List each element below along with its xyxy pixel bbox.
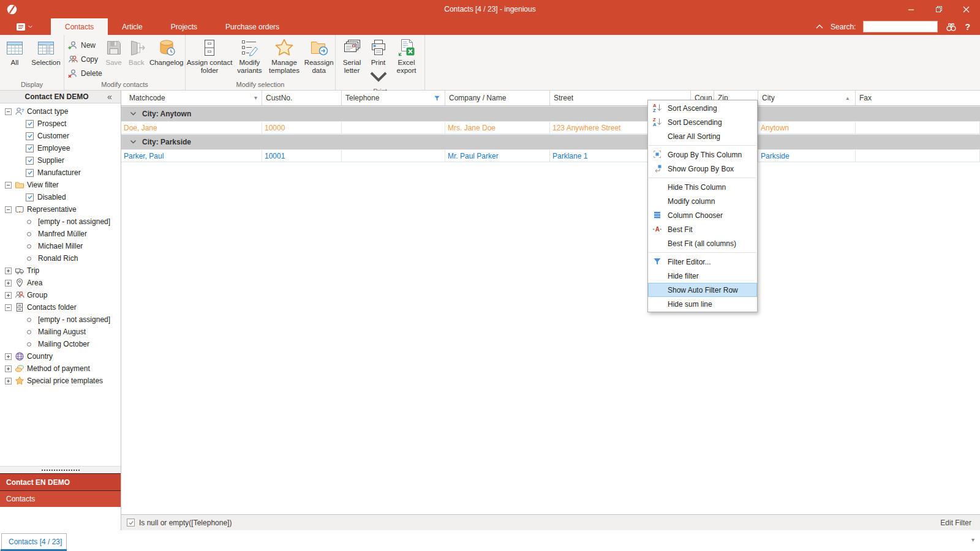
expand-expander-icon[interactable] — [5, 353, 12, 360]
column-menu-arrow-icon[interactable]: ▾ — [254, 94, 257, 102]
group-row-anytown[interactable]: City: Anytown — [121, 106, 980, 122]
changelog-button[interactable]: Changelog — [148, 37, 185, 68]
column-header-city[interactable]: City▴ — [758, 91, 856, 105]
serial-letter-button[interactable]: Serial letter — [338, 37, 366, 76]
tree-item-mailing-august[interactable]: Mailing August — [0, 326, 121, 338]
grid-cell[interactable]: Anytown — [758, 122, 856, 133]
tab-article[interactable]: Article — [108, 18, 156, 35]
nav-bar-contacts[interactable]: Contacts — [0, 490, 121, 507]
tree-item-special-price-templates[interactable]: Special price templates — [0, 375, 121, 387]
checkbox-checked[interactable] — [26, 193, 34, 201]
tree-item-disabled[interactable]: Disabled — [0, 191, 121, 203]
grid-cell[interactable] — [342, 150, 445, 162]
grid-row-doe-jane[interactable]: Doe, Jane 10000 Mrs. Jane Doe 123 Anywhe… — [121, 122, 980, 134]
menu-item-clear-all-sorting[interactable]: Clear All Sorting — [648, 129, 757, 143]
tree-item-representative[interactable]: Representative — [0, 203, 121, 216]
column-header-company-name[interactable]: Company / Name — [445, 91, 550, 105]
menu-item-group-by-this-column[interactable]: Group By This Column — [648, 148, 757, 162]
filter-funnel-icon[interactable] — [434, 95, 440, 102]
radio-bullet[interactable] — [27, 342, 31, 347]
tab-list-dropdown-icon[interactable]: ▾ — [971, 536, 974, 543]
group-row-parkside[interactable]: City: Parkside — [121, 134, 980, 150]
copy-button[interactable]: Copy — [68, 53, 100, 66]
reassign-data-button[interactable]: Reassign data — [303, 37, 335, 76]
checkbox-checked[interactable] — [26, 157, 34, 165]
manage-templates-button[interactable]: Manage templates — [266, 37, 303, 76]
tree-item-michael-miller[interactable]: Michael Miller — [0, 240, 121, 252]
tree-item-country[interactable]: Country — [0, 350, 121, 362]
grid-cell[interactable] — [856, 150, 980, 162]
tab-projects[interactable]: Projects — [157, 18, 211, 35]
collapse-expander-icon[interactable] — [5, 108, 12, 115]
document-tab-contacts[interactable]: Contacts [4 / 23] — [1, 533, 67, 549]
tree-item-area[interactable]: Area — [0, 277, 121, 289]
expand-expander-icon[interactable] — [5, 292, 12, 299]
sidebar-collapse-icon[interactable]: « — [107, 92, 121, 102]
menu-item-best-fit[interactable]: A Best Fit — [648, 222, 757, 236]
help-icon[interactable]: ? — [965, 22, 970, 32]
radio-bullet[interactable] — [27, 318, 31, 322]
tree-item-employee[interactable]: Employee — [0, 142, 121, 154]
expand-expander-icon[interactable] — [5, 365, 12, 372]
minimize-button[interactable] — [897, 0, 925, 18]
grid-cell[interactable]: 10001 — [262, 150, 342, 162]
menu-item-hide-this-column[interactable]: Hide This Column — [648, 180, 757, 194]
tree-item-prospect[interactable]: Prospect — [0, 118, 121, 130]
tab-contacts[interactable]: Contacts — [51, 18, 108, 35]
close-button[interactable] — [952, 0, 980, 18]
tree-item-trip[interactable]: Trip — [0, 264, 121, 277]
radio-bullet[interactable] — [27, 232, 31, 236]
tree-item-contacts-folder[interactable]: Contacts folder — [0, 301, 121, 313]
radio-bullet[interactable] — [27, 220, 31, 224]
collapse-expander-icon[interactable] — [5, 182, 12, 189]
tree-item-manfred-mueller[interactable]: Manfred Müller — [0, 228, 121, 240]
tree-item-customer[interactable]: Customer — [0, 130, 121, 142]
checkbox-checked[interactable] — [26, 169, 34, 177]
menu-item-sort-descending[interactable]: ZA Sort Descending — [648, 115, 757, 129]
radio-bullet[interactable] — [27, 244, 31, 249]
column-header-matchcode[interactable]: Matchcode▾ — [121, 91, 262, 105]
tree-item-folder-empty[interactable]: [empty - not assigned] — [0, 313, 121, 326]
modify-variants-button[interactable]: Modify variants — [233, 37, 266, 76]
menu-item-best-fit-all-columns[interactable]: Best Fit (all columns) — [648, 236, 757, 250]
collapse-expander-icon[interactable] — [5, 206, 12, 213]
grid-cell[interactable]: 10000 — [262, 122, 342, 133]
checkbox-checked[interactable] — [26, 120, 34, 128]
radio-bullet[interactable] — [27, 257, 31, 261]
menu-item-hide-filter[interactable]: Hide filter — [648, 269, 757, 283]
column-header-custno[interactable]: CustNo. — [262, 91, 342, 105]
menu-item-filter-editor[interactable]: Filter Editor... — [648, 255, 757, 269]
print-button[interactable]: Print — [366, 37, 391, 88]
grid-cell[interactable]: Mrs. Jane Doe — [445, 122, 550, 133]
new-button[interactable]: New — [68, 39, 100, 51]
grid-cell[interactable]: Mr. Paul Parker — [445, 150, 550, 162]
tree-item-ronald-rich[interactable]: Ronald Rich — [0, 252, 121, 264]
sidebar-splitter-handle[interactable] — [0, 466, 121, 473]
grid-cell[interactable]: Parker, Paul — [121, 150, 262, 162]
edit-filter-button[interactable]: Edit Filter — [940, 519, 971, 527]
advanced-search-icon[interactable] — [945, 22, 957, 32]
tree-item-contact-type[interactable]: Contact type — [0, 105, 121, 118]
excel-export-button[interactable]: Excel export — [391, 37, 423, 76]
menu-item-show-auto-filter-row[interactable]: Show Auto Filter Row — [648, 283, 757, 297]
tab-purchase-orders[interactable]: Purchase orders — [211, 18, 293, 35]
grid-cell[interactable]: Parkside — [758, 150, 856, 162]
checkbox-checked[interactable] — [26, 132, 34, 140]
menu-item-column-chooser[interactable]: Column Chooser — [648, 208, 757, 222]
tree-item-mailing-october[interactable]: Mailing October — [0, 338, 121, 350]
restore-button[interactable] — [925, 0, 952, 18]
tree-item-view-filter[interactable]: View filter — [0, 179, 121, 191]
grid-cell[interactable] — [856, 122, 980, 133]
expand-expander-icon[interactable] — [5, 280, 12, 287]
menu-item-modify-column[interactable]: Modify column — [648, 194, 757, 208]
column-header-telephone[interactable]: Telephone — [342, 91, 445, 105]
collapse-ribbon-icon[interactable] — [816, 24, 823, 29]
application-menu-button[interactable] — [16, 18, 32, 35]
grid-cell[interactable]: Doe, Jane — [121, 122, 262, 133]
menu-item-hide-sum-line[interactable]: Hide sum line — [648, 297, 757, 311]
nav-bar-contact-en-demo[interactable]: Contact EN DEMO — [0, 473, 121, 490]
tree-item-supplier[interactable]: Supplier — [0, 154, 121, 167]
tree-item-method-of-payment[interactable]: Method of payment — [0, 362, 121, 375]
save-button[interactable]: Save — [102, 37, 125, 68]
column-header-fax[interactable]: Fax — [856, 91, 980, 105]
